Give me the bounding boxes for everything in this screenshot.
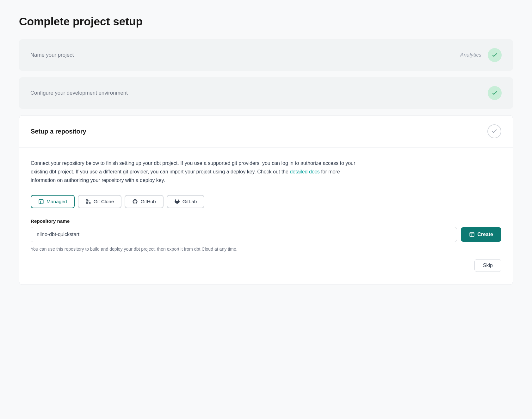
tab-managed[interactable]: Managed [31,195,75,208]
step2-label: Configure your development environment [30,90,128,96]
repo-field-label: Repository name [31,218,501,224]
step1-right: Analytics [460,48,502,62]
step1-value: Analytics [460,52,481,58]
step2-card: Configure your development environment [19,77,513,109]
create-btn-label: Create [477,232,493,237]
step1-card: Name your project Analytics [19,39,513,71]
repo-field-group: Repository name Create You can use this … [31,218,501,252]
step1-check-icon [488,48,502,62]
create-button[interactable]: Create [461,227,501,242]
repo-help-text: You can use this repository to build and… [31,247,501,252]
repo-tab-group: Managed Git Clone GitHub [31,195,501,208]
tab-gitlab[interactable]: GitLab [167,195,205,208]
repo-input-row: Create [31,227,501,242]
step1-label: Name your project [30,52,74,58]
tab-gitlab-label: GitLab [182,199,197,204]
step2-check-icon [488,86,502,100]
repo-description: Connect your repository below to finish … [31,159,363,185]
tab-managed-label: Managed [46,199,67,204]
tab-github[interactable]: GitHub [125,195,163,208]
git-clone-icon [85,199,91,204]
repo-name-input[interactable] [31,227,457,242]
page-title: Complete project setup [19,15,513,28]
tab-github-label: GitHub [140,199,156,204]
gitlab-icon [174,199,180,204]
step3-body: Connect your repository below to finish … [19,147,513,285]
skip-button[interactable]: Skip [474,259,501,272]
svg-rect-6 [470,232,474,237]
step3-check-icon [487,124,501,138]
create-icon [469,232,475,237]
managed-icon [38,199,44,204]
step3-title: Setup a repository [31,128,86,135]
step3-header: Setup a repository [19,116,513,147]
skip-row: Skip [31,259,501,272]
github-icon [132,199,138,204]
tab-git-clone[interactable]: Git Clone [78,195,122,208]
svg-point-3 [89,202,90,204]
repo-desc-link[interactable]: detailed docs [290,169,319,174]
step3-section: Setup a repository Connect your reposito… [19,115,513,285]
tab-git-clone-label: Git Clone [94,199,114,204]
svg-rect-0 [39,199,43,204]
